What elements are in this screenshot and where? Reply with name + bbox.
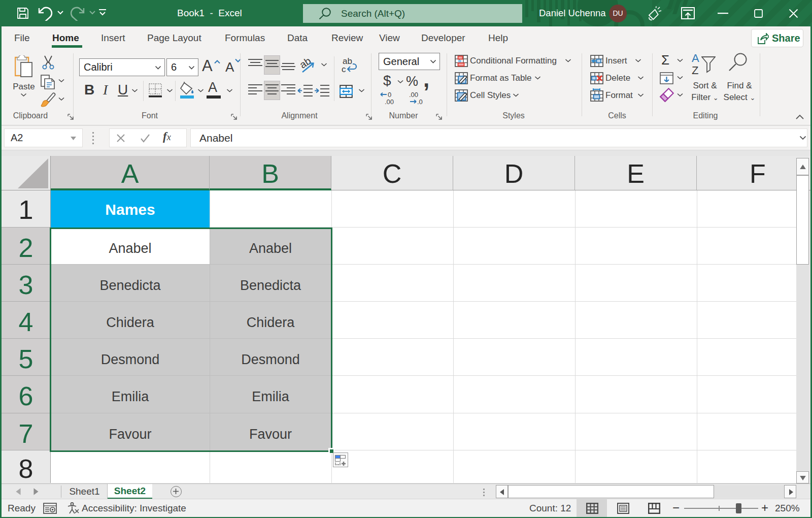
svg-text:c: c: [342, 64, 346, 74]
svg-text:0: 0: [388, 91, 391, 99]
svg-text:.0: .0: [417, 98, 423, 105]
svg-text:.00: .00: [385, 98, 394, 105]
svg-text:.00: .00: [409, 91, 418, 99]
